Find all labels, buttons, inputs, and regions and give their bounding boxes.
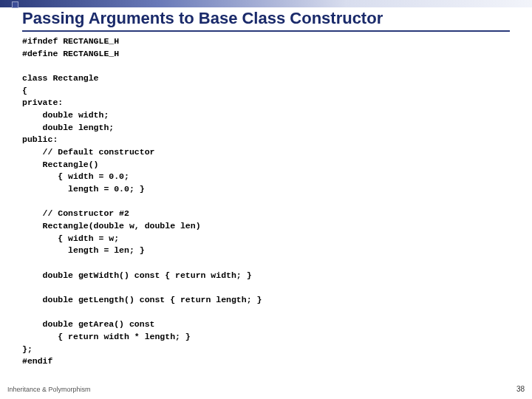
slide-number: 38 [516, 385, 525, 393]
title-underline [22, 30, 510, 32]
footer-topic: Inheritance & Polymorphism [7, 386, 91, 393]
bullet-square-icon [12, 1, 18, 8]
slide-top-bar [0, 0, 532, 7]
slide-title: Passing Arguments to Base Class Construc… [22, 9, 383, 28]
code-block: #ifndef RECTANGLE_H #define RECTANGLE_H … [22, 35, 262, 368]
